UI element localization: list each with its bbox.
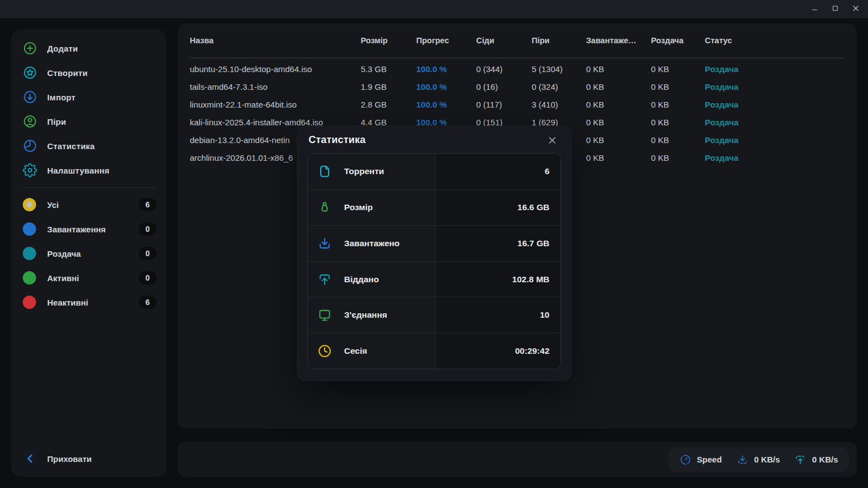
filter-color-dot-icon bbox=[23, 198, 36, 211]
torrent-progress: 100.0 % bbox=[416, 118, 476, 127]
torrent-status: Роздача bbox=[705, 82, 845, 92]
speed-label: Speed bbox=[697, 455, 722, 464]
torrent-row[interactable]: linuxmint-22.1-mate-64bit.iso 2.8 GB 100… bbox=[190, 95, 845, 113]
sidebar-item-налаштування[interactable]: Налаштування bbox=[11, 158, 166, 182]
chevron-left-icon bbox=[23, 451, 37, 466]
filter-item-усі[interactable]: Усі 6 bbox=[11, 192, 166, 217]
statistics-row-label-cell: Завантажено bbox=[308, 226, 436, 261]
statistics-row-value: 16.7 GB bbox=[517, 238, 549, 248]
torrent-uploaded: 0 KB bbox=[651, 135, 705, 145]
maximize-icon bbox=[831, 4, 840, 15]
file-icon bbox=[317, 164, 332, 179]
collapse-label: Приховати bbox=[47, 454, 92, 464]
sidebar: Додати Створити Імпорт Піри Статистика Н… bbox=[11, 29, 166, 477]
statistics-row-label-cell: Торренти bbox=[308, 154, 436, 190]
column-header-0[interactable]: Назва bbox=[190, 36, 361, 45]
torrent-downloaded: 0 KB bbox=[586, 118, 651, 127]
statistics-row-value-cell: 6 bbox=[436, 154, 561, 190]
status-bar: Speed 0 KB/s 0 KB/s bbox=[178, 442, 857, 477]
torrent-size: 5.3 GB bbox=[361, 64, 416, 74]
torrent-downloaded: 0 KB bbox=[586, 135, 651, 145]
statistics-row: Завантажено 16.7 GB bbox=[308, 225, 561, 261]
column-header-5[interactable]: Завантаже… bbox=[586, 36, 651, 45]
plus-circle-icon bbox=[23, 41, 37, 55]
menu-item-label: Статистика bbox=[47, 141, 95, 151]
torrent-status: Роздача bbox=[705, 118, 845, 127]
torrent-progress: 100.0 % bbox=[416, 64, 476, 74]
user-circle-icon bbox=[23, 114, 37, 129]
statistics-row-label: Сесія bbox=[344, 346, 367, 356]
torrent-seeds: 0 (344) bbox=[476, 64, 532, 74]
torrent-name: ubuntu-25.10-desktop-amd64.iso bbox=[190, 64, 361, 74]
torrent-name: linuxmint-22.1-mate-64bit.iso bbox=[190, 100, 361, 109]
torrent-downloaded: 0 KB bbox=[586, 64, 651, 74]
close-icon bbox=[851, 4, 860, 15]
collapse-sidebar-button[interactable]: Приховати bbox=[11, 446, 166, 471]
pie-chart-icon bbox=[23, 139, 37, 153]
torrent-row[interactable]: tails-amd64-7.3.1-iso 1.9 GB 100.0 % 0 (… bbox=[190, 78, 845, 95]
monitor-icon bbox=[317, 308, 332, 322]
filter-label: Роздача bbox=[47, 249, 139, 258]
torrent-uploaded: 0 KB bbox=[651, 82, 705, 92]
column-header-7[interactable]: Статус bbox=[705, 36, 845, 45]
sidebar-item-створити[interactable]: Створити bbox=[11, 60, 166, 85]
sidebar-item-піри[interactable]: Піри bbox=[11, 109, 166, 134]
sidebar-item-імпорт[interactable]: Імпорт bbox=[11, 85, 166, 109]
sidebar-item-статистика[interactable]: Статистика bbox=[11, 134, 166, 158]
filter-color-dot-icon bbox=[23, 222, 36, 236]
column-header-6[interactable]: Роздача bbox=[651, 36, 705, 45]
filter-item-роздача[interactable]: Роздача 0 bbox=[11, 241, 166, 266]
filter-count-badge: 0 bbox=[139, 247, 157, 260]
weight-icon bbox=[317, 200, 332, 215]
torrent-size: 1.9 GB bbox=[361, 82, 416, 92]
statistics-dialog-header: Статистика bbox=[297, 126, 571, 146]
torrent-name: kali-linux-2025.4-installer-amd64.iso bbox=[190, 118, 361, 127]
statistics-row-value-cell: 10 bbox=[436, 297, 561, 333]
sidebar-item-додати[interactable]: Додати bbox=[11, 36, 166, 60]
column-header-2[interactable]: Прогрес bbox=[416, 36, 476, 45]
statistics-row-label-cell: Віддано bbox=[308, 262, 436, 297]
statistics-row: Торренти 6 bbox=[308, 154, 561, 190]
menu-item-label: Імпорт bbox=[47, 93, 75, 102]
torrent-peers: 3 (410) bbox=[532, 100, 586, 109]
statistics-dialog: Статистика Торренти 6 Розмір 16.6 GB Зав… bbox=[297, 126, 572, 381]
upload-speed-value: 0 KB/s bbox=[812, 455, 838, 464]
torrent-uploaded: 0 KB bbox=[651, 100, 705, 109]
minimize-button[interactable] bbox=[810, 5, 819, 14]
torrent-uploaded: 0 KB bbox=[651, 118, 705, 127]
column-header-3[interactable]: Сіди bbox=[476, 36, 532, 45]
torrent-table-header: НазваРозмірПрогресСідиПіриЗавантаже…Розд… bbox=[190, 23, 845, 58]
menu-item-label: Додати bbox=[47, 44, 78, 53]
filter-count-badge: 6 bbox=[139, 198, 157, 211]
download-speed: 0 KB/s bbox=[736, 454, 780, 466]
statistics-row-value-cell: 16.7 GB bbox=[436, 226, 561, 261]
statistics-row-label: З'єднання bbox=[344, 310, 387, 320]
torrent-row[interactable]: ubuntu-25.10-desktop-amd64.iso 5.3 GB 10… bbox=[190, 60, 845, 78]
column-header-1[interactable]: Розмір bbox=[361, 36, 416, 45]
maximize-button[interactable] bbox=[831, 5, 840, 14]
torrent-peers: 5 (1304) bbox=[532, 64, 586, 74]
torrent-progress: 100.0 % bbox=[416, 82, 476, 92]
torrent-peers: 1 (629) bbox=[532, 118, 586, 127]
filter-item-завантаження[interactable]: Завантаження 0 bbox=[11, 217, 166, 241]
arrow-down-circle-icon bbox=[23, 90, 37, 104]
statistics-row-value-cell: 00:29:42 bbox=[436, 333, 561, 369]
statistics-row-value: 102.8 MB bbox=[512, 274, 549, 284]
close-button[interactable] bbox=[851, 5, 860, 14]
torrent-size: 4.4 GB bbox=[361, 118, 416, 127]
statistics-row-value: 10 bbox=[540, 310, 549, 320]
menu-item-label: Піри bbox=[47, 117, 66, 126]
torrent-status: Роздача bbox=[705, 135, 845, 145]
filter-item-активні[interactable]: Активні 0 bbox=[11, 266, 166, 290]
download-icon bbox=[736, 454, 749, 466]
gauge-icon bbox=[679, 454, 692, 466]
speed-indicator: Speed bbox=[679, 454, 722, 466]
statistics-row-label-cell: Розмір bbox=[308, 190, 436, 226]
torrent-status: Роздача bbox=[705, 153, 845, 162]
dialog-close-button[interactable] bbox=[547, 135, 558, 146]
filter-item-неактивні[interactable]: Неактивні 6 bbox=[11, 290, 166, 314]
speed-group: Speed 0 KB/s 0 KB/s bbox=[668, 448, 849, 472]
filter-label: Усі bbox=[47, 200, 139, 210]
column-header-4[interactable]: Піри bbox=[532, 36, 586, 45]
statistics-row: Розмір 16.6 GB bbox=[308, 190, 561, 226]
